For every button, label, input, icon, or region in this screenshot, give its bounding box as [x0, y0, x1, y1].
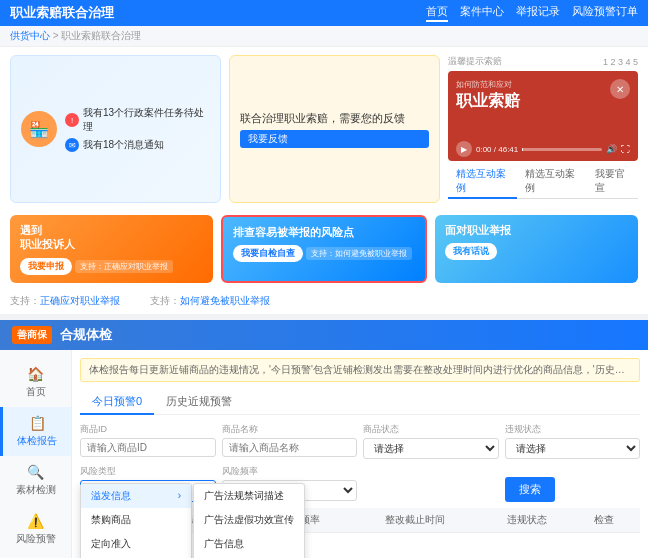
site-title: 职业索赔联合治理 — [10, 4, 114, 22]
notify-card: 联合治理职业索赔，需要您的反馈 我要反馈 — [229, 55, 440, 203]
col-check: 检查 — [590, 508, 641, 533]
label-review-status: 违规状态 — [505, 423, 641, 436]
left-sidebar: 🏠 首页 📋 体检报告 🔍 素材检测 ⚠️ 风险预警 📤 发布审核 — [0, 350, 72, 558]
dropdown-item-targeted[interactable]: 定向准入 — [81, 532, 191, 556]
top-header: 职业索赔联合治理 首页 案件中心 举报记录 风险预警订单 — [0, 0, 648, 26]
material-icon: 🔍 — [27, 464, 44, 480]
filter-goods-id: 商品ID — [80, 423, 216, 459]
chevron-right-icon: › — [178, 490, 181, 501]
nav-risk-alert[interactable]: 风险预警订单 — [572, 4, 638, 22]
col-deadline: 整改截止时间 — [381, 508, 504, 533]
dropdown-main: 溢发信息 › 禁购商品 定向准入 特色市场 不合法使用他人权利 — [80, 483, 192, 558]
video-close-btn[interactable]: ✕ — [610, 79, 630, 99]
search-btn-container: 搜索 — [505, 465, 641, 502]
filter-goods-status: 商品状态 请选择 — [363, 423, 499, 459]
sidebar-item-publish[interactable]: 📤 发布审核 — [0, 554, 71, 558]
sub-item-1[interactable]: 广告法规禁词描述 — [194, 484, 304, 508]
user-tasks: ! 我有13个行政案件任务待处理 ✉ 我有18个消息通知 — [65, 106, 210, 152]
video-title2: 职业索赔 — [456, 91, 520, 110]
dropdown-item-overflow[interactable]: 溢发信息 › — [81, 484, 191, 508]
video-player[interactable]: 如何防范和应对 职业索赔 ✕ ▶ 0:00 / 46:41 🔊 ⛶ — [448, 71, 638, 161]
volume-icon[interactable]: 🔊 — [606, 144, 617, 154]
sub-item-3[interactable]: 广告信息 — [194, 532, 304, 556]
sidebar-item-report[interactable]: 📋 体检报告 — [0, 407, 71, 456]
fullscreen-icon[interactable]: ⛶ — [621, 144, 630, 154]
sidebar-label-risk: 风险预警 — [16, 532, 56, 546]
feedback-button[interactable]: 我要反馈 — [240, 130, 429, 148]
play-button[interactable]: ▶ — [456, 141, 472, 157]
label-risk-type: 风险类型 — [80, 465, 216, 478]
label-goods-id: 商品ID — [80, 423, 216, 436]
filter-spacer-1 — [363, 465, 499, 502]
progress-fill — [522, 148, 523, 151]
hint-link-2[interactable]: 如何避免被职业举报 — [180, 295, 270, 306]
right-content: 体检报告每日更新近铺商品的违规情况，'今日预警'包含近铺检测发出需要在整改处理时… — [72, 350, 648, 558]
select-review-status[interactable]: 请选择 — [505, 438, 641, 459]
card-btn-3[interactable]: 我有话说 — [445, 243, 497, 260]
search-button[interactable]: 搜索 — [505, 477, 555, 502]
input-goods-name[interactable] — [222, 438, 358, 457]
dropdown-overlay: 溢发信息 › 禁购商品 定向准入 特色市场 不合法使用他人权利 广告法规禁词描述… — [80, 483, 305, 558]
filter-form-row1: 商品ID 商品名称 商品状态 请选择 违规状态 请选择 — [80, 423, 640, 459]
video-controls: ▶ 0:00 / 46:41 🔊 ⛶ — [456, 141, 630, 157]
breadcrumb-home[interactable]: 供货中心 — [10, 30, 50, 41]
task-text-2[interactable]: 我有18个消息通知 — [83, 138, 164, 152]
dropdown-label-overflow: 溢发信息 — [91, 489, 131, 503]
tab-interactive-cases[interactable]: 精选互动案例 — [517, 165, 586, 199]
sidebar-item-risk[interactable]: ⚠️ 风险预警 — [0, 505, 71, 554]
bottom-header: 善商保 合规体检 — [0, 320, 648, 350]
bottom-section: 善商保 合规体检 🏠 首页 📋 体检报告 🔍 素材检测 ⚠️ 风险预警 📤 — [0, 320, 648, 558]
hint-link-1[interactable]: 正确应对职业举报 — [40, 295, 120, 306]
user-info-card: 🏪 ! 我有13个行政案件任务待处理 ✉ 我有18个消息通知 — [10, 55, 221, 203]
bottom-title: 合规体检 — [60, 326, 112, 344]
filter-review-status: 违规状态 请选择 — [505, 423, 641, 459]
sidebar-item-home[interactable]: 🏠 首页 — [0, 358, 71, 407]
tab-selected-cases[interactable]: 精选互动案例 — [448, 165, 517, 199]
avatar: 🏪 — [21, 111, 57, 147]
video-subtitle: 如何防范和应对 — [456, 79, 512, 90]
col-violation-status: 违规状态 — [503, 508, 589, 533]
bottom-logo: 善商保 — [12, 326, 52, 344]
label-goods-name: 商品名称 — [222, 423, 358, 436]
bottom-body: 🏠 首页 📋 体检报告 🔍 素材检测 ⚠️ 风险预警 📤 发布审核 — [0, 350, 648, 558]
notify-text: 联合治理职业索赔，需要您的反馈 — [240, 111, 429, 126]
nav-report-history[interactable]: 举报记录 — [516, 4, 560, 22]
input-goods-id[interactable] — [80, 438, 216, 457]
action-card-report: 面对职业举报 我有话说 — [435, 215, 638, 283]
card-btn-2[interactable]: 我要自检自查 — [233, 245, 303, 262]
task-text-1[interactable]: 我有13个行政案件任务待处理 — [83, 106, 210, 134]
top-nav: 首页 案件中心 举报记录 风险预警订单 — [426, 4, 638, 22]
video-time: 0:00 / 46:41 — [476, 145, 518, 154]
nav-home[interactable]: 首页 — [426, 4, 448, 22]
tab-history-warning[interactable]: 历史近规预警 — [154, 390, 244, 414]
card-title-1: 遇到职业投诉人 — [20, 223, 203, 252]
card-tag-1: 支持：正确应对职业举报 — [75, 260, 173, 273]
home-icon: 🏠 — [27, 366, 44, 382]
video-title1: 如何防范和应对 — [456, 79, 512, 90]
sub-item-2[interactable]: 广告法虚假功效宣传 — [194, 508, 304, 532]
sidebar-label-home: 首页 — [26, 385, 46, 399]
nav-case-center[interactable]: 案件中心 — [460, 4, 504, 22]
hints-row: 支持：正确应对职业举报 支持：如何避免被职业举报 — [0, 291, 648, 314]
report-icon: 📋 — [29, 415, 46, 431]
dropdown-item-banned[interactable]: 禁购商品 — [81, 508, 191, 532]
action-card-risk-check: 排查容易被举报的风险点 我要自检自查 支持：如何避免被职业举报 — [221, 215, 428, 283]
video-pagination: 1 2 3 4 5 — [603, 57, 638, 67]
breadcrumb-current: 职业索赔联合治理 — [61, 30, 141, 41]
sidebar-item-material[interactable]: 🔍 素材检测 — [0, 456, 71, 505]
action-cards: 遇到职业投诉人 我要申报 支持：正确应对职业举报 排查容易被举报的风险点 我要自… — [0, 211, 648, 291]
task-row-1: ! 我有13个行政案件任务待处理 — [65, 106, 210, 134]
card-btn-1[interactable]: 我要申报 — [20, 258, 72, 275]
dropdown-sub: 广告法规禁词描述 广告法虚假功效宣传 广告信息 重复违规 违法不符 — [193, 483, 305, 558]
risk-icon: ⚠️ — [27, 513, 44, 529]
card-title-2: 排查容易被举报的风险点 — [233, 225, 416, 239]
filter-goods-name: 商品名称 — [222, 423, 358, 459]
hint-1: 支持：正确应对职业举报 — [10, 294, 120, 308]
tab-my-announcement[interactable]: 我要官宣 — [587, 165, 639, 199]
tab-today-warning[interactable]: 今日预警0 — [80, 390, 154, 415]
task-icon-2: ✉ — [65, 138, 79, 152]
progress-bar[interactable] — [522, 148, 602, 151]
select-goods-status[interactable]: 请选择 — [363, 438, 499, 459]
task-row-2: ✉ 我有18个消息通知 — [65, 138, 210, 152]
video-section: 温馨提示索赔 1 2 3 4 5 如何防范和应对 职业索赔 ✕ ▶ 0:00 /… — [448, 55, 638, 203]
